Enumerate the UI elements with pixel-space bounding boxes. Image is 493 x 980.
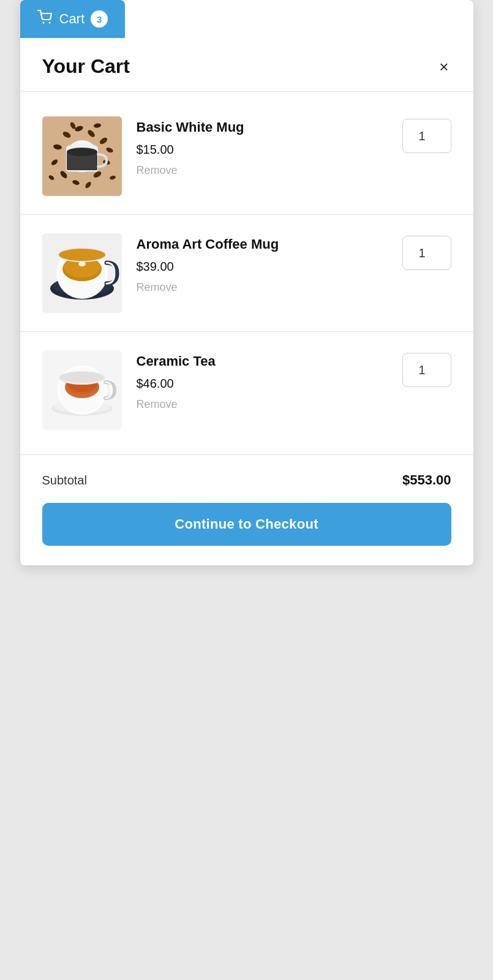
item-image-2 — [42, 233, 122, 313]
item-quantity-input-2[interactable] — [402, 236, 451, 270]
cart-item-3: Ceramic Tea $46.00 Remove — [20, 332, 473, 448]
svg-point-43 — [60, 372, 104, 383]
cart-title: Your Cart — [42, 55, 130, 78]
item-image-1 — [42, 116, 122, 196]
item-remove-3[interactable]: Remove — [137, 398, 388, 411]
cart-icon — [37, 10, 53, 28]
item-name-1: Basic White Mug — [137, 119, 388, 137]
item-price-1: $15.00 — [137, 143, 388, 157]
item-name-2: Aroma Art Coffee Mug — [137, 236, 388, 254]
item-image-3 — [42, 350, 122, 430]
svg-point-0 — [42, 22, 44, 24]
item-price-2: $39.00 — [137, 260, 388, 274]
item-qty-3 — [402, 350, 451, 387]
cart-header: Your Cart × — [20, 38, 473, 92]
cart-item-1: Basic White Mug $15.00 Remove — [20, 98, 473, 215]
item-details-1: Basic White Mug $15.00 Remove — [137, 116, 388, 177]
checkout-button[interactable]: Continue to Checkout — [42, 503, 451, 546]
svg-point-1 — [48, 22, 50, 24]
item-qty-1 — [402, 116, 451, 153]
cart-items: Basic White Mug $15.00 Remove — [20, 92, 473, 454]
subtotal-label: Subtotal — [42, 473, 87, 488]
item-remove-1[interactable]: Remove — [137, 164, 388, 177]
subtotal-row: Subtotal $553.00 — [42, 472, 451, 488]
cart-panel: Cart 3 Your Cart × — [20, 0, 473, 565]
item-qty-2 — [402, 233, 451, 270]
page-wrapper: Cart 3 Your Cart × — [0, 0, 493, 980]
item-remove-2[interactable]: Remove — [137, 281, 388, 294]
svg-point-31 — [78, 262, 86, 266]
item-details-2: Aroma Art Coffee Mug $39.00 Remove — [137, 233, 388, 294]
cart-footer: Subtotal $553.00 Continue to Checkout — [20, 454, 473, 565]
cart-item-2: Aroma Art Coffee Mug $39.00 Remove — [20, 215, 473, 332]
cart-tab[interactable]: Cart 3 — [20, 0, 126, 38]
item-quantity-input-3[interactable] — [402, 353, 451, 387]
close-button[interactable]: × — [437, 56, 451, 77]
cart-tab-label: Cart — [59, 11, 85, 27]
svg-point-33 — [59, 249, 105, 261]
cart-badge: 3 — [91, 10, 108, 28]
svg-point-23 — [67, 148, 97, 156]
item-price-3: $46.00 — [137, 377, 388, 391]
item-name-3: Ceramic Tea — [137, 353, 388, 371]
item-quantity-input-1[interactable] — [402, 119, 451, 153]
subtotal-value: $553.00 — [402, 472, 451, 488]
item-details-3: Ceramic Tea $46.00 Remove — [137, 350, 388, 411]
